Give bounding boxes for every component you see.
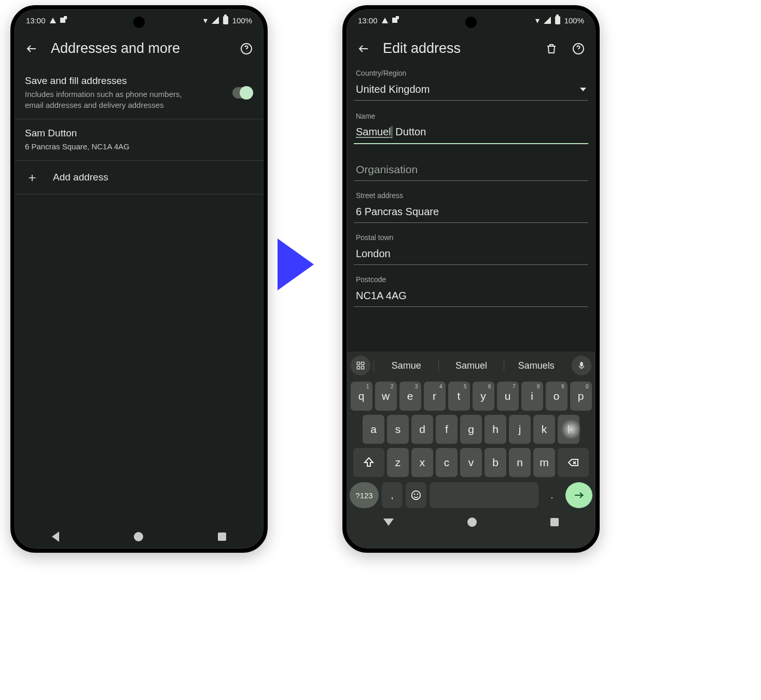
key-w[interactable]: w2 [375,382,397,411]
battery-icon [555,16,560,24]
key-n[interactable]: n [509,448,531,477]
delete-button[interactable] [544,41,559,57]
enter-key[interactable] [565,482,592,508]
comma-key[interactable]: , [382,482,403,508]
key-j[interactable]: j [509,415,531,444]
key-z[interactable]: z [387,448,409,477]
notification-icon [50,18,56,23]
signal-icon [544,17,551,24]
help-button[interactable] [571,41,586,57]
suggestion-3[interactable]: Samuels [504,360,569,371]
text-cursor [392,126,392,138]
key-row-bottom: ?123 , . [347,479,596,512]
space-key[interactable] [430,482,538,508]
key-y[interactable]: y6 [473,382,494,411]
postcode-field[interactable]: NC1A 4AG [354,286,588,307]
battery-icon [223,16,228,24]
key-c[interactable]: c [436,448,458,477]
phone-edit-address: 13:00 ▾ 100% Edit address [342,5,600,553]
key-row-3: zxcvbnm [347,446,596,479]
key-q[interactable]: q1 [351,382,372,411]
soft-keyboard: Samue Samuel Samuels q1w2e3r4t5y6u7i8o9p… [347,351,596,549]
key-g[interactable]: g [460,415,482,444]
help-button[interactable] [239,41,254,57]
emoji-key[interactable] [406,482,426,508]
save-fill-toggle[interactable] [232,87,253,99]
key-x[interactable]: x [411,448,433,477]
key-b[interactable]: b [485,448,506,477]
toggle-heading: Save and fill addresses [25,75,224,87]
keyboard-menu-icon[interactable] [351,356,370,375]
symbols-key[interactable]: ?123 [350,482,379,508]
name-last: Dutton [393,126,426,137]
svg-point-9 [412,491,421,500]
app-bar: Edit address [347,31,596,62]
page-title: Edit address [383,40,532,57]
suggestion-2[interactable]: Samuel [438,360,503,371]
page-title: Addresses and more [51,40,227,57]
mic-icon[interactable] [572,356,591,375]
period-key[interactable]: . [542,482,562,508]
key-o[interactable]: o9 [546,382,568,411]
town-field[interactable]: London [354,244,588,265]
key-h[interactable]: h [485,415,506,444]
add-address-button[interactable]: ＋ Add address [15,161,264,194]
key-a[interactable]: a [363,415,384,444]
notification-icon [382,18,388,23]
organisation-placeholder: Organisation [356,163,418,176]
postcode-value: NC1A 4AG [356,290,407,302]
saved-address-row[interactable]: Sam Dutton 6 Pancras Square, NC1A 4AG [15,119,264,161]
street-value: 6 Pancras Square [356,206,439,218]
key-r[interactable]: r4 [424,382,446,411]
notification-icon-2 [60,18,65,23]
key-s[interactable]: s [387,415,409,444]
save-fill-toggle-row[interactable]: Save and fill addresses Includes informa… [15,67,264,119]
country-dropdown[interactable]: United Kingdom [354,79,588,101]
name-label: Name [347,105,596,122]
key-u[interactable]: u7 [497,382,519,411]
wifi-icon: ▾ [203,16,207,25]
key-m[interactable]: m [533,448,555,477]
backspace-key[interactable] [558,448,589,477]
plus-icon: ＋ [26,171,38,184]
key-row-2: asdfghjkl [347,413,596,446]
key-l[interactable]: l [558,415,579,444]
key-d[interactable]: d [411,415,433,444]
key-k[interactable]: k [533,415,555,444]
nav-recent[interactable] [550,518,559,526]
key-t[interactable]: t5 [448,382,470,411]
country-label: Country/Region [347,62,596,79]
country-value: United Kingdom [356,83,430,95]
street-field[interactable]: 6 Pancras Square [354,202,588,223]
nav-back[interactable] [52,531,59,542]
back-button[interactable] [356,41,371,57]
phone-addresses-list: 13:00 ▾ 100% Addresses and more [10,5,268,553]
chevron-down-icon [580,88,586,91]
nav-home[interactable] [134,532,143,541]
svg-rect-8 [580,362,583,366]
key-f[interactable]: f [436,415,458,444]
shift-key[interactable] [353,448,384,477]
add-address-label: Add address [53,172,108,183]
key-i[interactable]: i8 [521,382,543,411]
town-value: London [356,248,391,260]
town-label: Postal town [347,226,596,244]
nav-recent[interactable] [218,533,226,541]
key-row-1: q1w2e3r4t5y6u7i8o9p0 [347,380,596,413]
svg-point-1 [246,51,246,51]
back-button[interactable] [24,41,39,57]
name-field[interactable]: Samuel Dutton [354,122,588,144]
key-e[interactable]: e3 [399,382,421,411]
suggestion-bar: Samue Samuel Samuels [347,352,596,380]
svg-rect-4 [357,362,359,365]
svg-point-10 [414,494,415,495]
nav-hide-keyboard[interactable] [383,519,394,526]
key-p[interactable]: p0 [570,382,592,411]
key-v[interactable]: v [460,448,482,477]
organisation-field[interactable]: Organisation [354,160,588,181]
suggestion-1[interactable]: Samue [373,360,438,371]
nav-home[interactable] [467,517,477,527]
saved-address-name: Sam Dutton [25,128,253,139]
battery-percent: 100% [564,16,584,25]
status-time: 13:00 [358,16,378,25]
